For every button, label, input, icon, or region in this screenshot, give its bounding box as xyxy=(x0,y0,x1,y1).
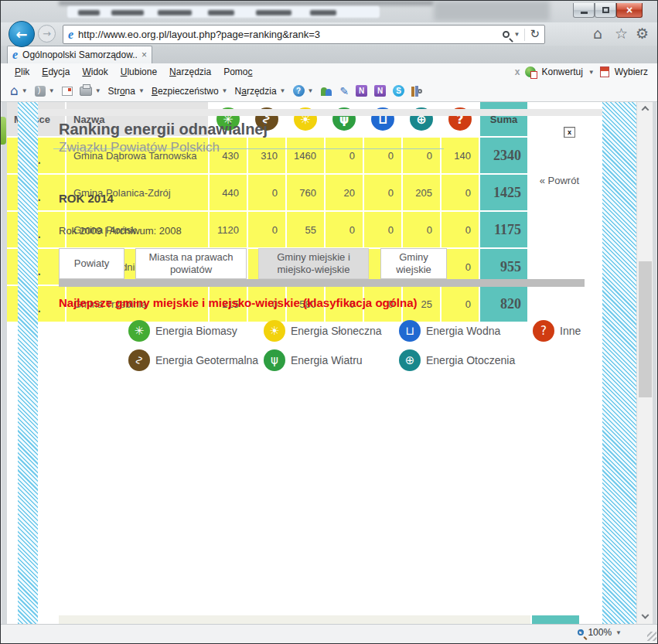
value-cell: 0 xyxy=(248,212,285,247)
url-text[interactable]: http://www.eo.org.pl/layout.php?page=ran… xyxy=(78,29,497,40)
legend-environment: ⊕ Energia Otoczenia xyxy=(399,349,515,371)
value-cell: 1120 xyxy=(210,212,247,247)
close-icon: × xyxy=(626,4,632,16)
value-cell: 140 xyxy=(442,138,479,173)
menu-plik[interactable]: Plik xyxy=(15,66,29,77)
onenote-linked-button[interactable]: N xyxy=(374,85,386,97)
menu-narzedzia[interactable]: Narzędzia xyxy=(169,66,211,77)
zoom-caret[interactable]: ▼ xyxy=(615,629,622,636)
value-cell: 1460 xyxy=(287,138,324,173)
legend-label: Energia Wiatru xyxy=(291,354,363,366)
help-button[interactable]: ?▼ xyxy=(293,85,314,97)
tab-miasta[interactable]: Miasta na prawach powiatów xyxy=(135,248,247,279)
tab-gminy-wiejskie[interactable]: Gminy wiejskie xyxy=(380,248,447,279)
pen-icon: ✎ xyxy=(339,85,349,97)
tab-powiaty[interactable]: Powiaty xyxy=(59,248,124,279)
other-icon: ? xyxy=(533,320,554,342)
print-button[interactable]: ▼ xyxy=(80,87,101,96)
caret-icon: ▼ xyxy=(95,87,101,94)
forward-button[interactable]: → xyxy=(38,25,56,43)
page-subtitle: Związku Powiatów Polskich xyxy=(59,140,220,155)
menu-edycja[interactable]: Edycja xyxy=(42,66,70,77)
biomass-icon: ✳ xyxy=(128,320,150,342)
search-dropdown-caret[interactable]: ▼ xyxy=(514,31,520,38)
value-cell: 0 xyxy=(403,212,440,247)
value-cell: 760 xyxy=(287,175,324,210)
konwertuj-caret[interactable]: ▼ xyxy=(588,69,595,76)
mail-button[interactable] xyxy=(62,87,73,96)
blog-button[interactable]: ✎ xyxy=(339,85,349,97)
tools-menu-button[interactable]: Narzędzia▼ xyxy=(235,86,286,97)
search-icon[interactable] xyxy=(503,31,510,38)
scroll-up-button[interactable] xyxy=(637,102,653,115)
research-button[interactable] xyxy=(411,86,423,97)
safety-menu-button[interactable]: Bezpieczeństwo▼ xyxy=(152,86,228,97)
col-header-suma: Suma xyxy=(480,102,527,136)
page-menu-button[interactable]: Strona▼ xyxy=(108,86,145,97)
scroll-down-button[interactable] xyxy=(637,611,653,624)
zoom-control[interactable]: 100% ▼ xyxy=(578,627,622,638)
tab-gminy-miejskie[interactable]: Gminy miejskie i miejsko-wiejskie xyxy=(258,248,369,279)
col-header-water: ⊔ xyxy=(364,102,401,136)
title-bar[interactable]: × xyxy=(1,1,658,22)
suma-cell: 1175 xyxy=(480,212,527,247)
page-background-pattern xyxy=(602,102,636,624)
close-button[interactable]: × xyxy=(616,3,643,18)
feeds-button[interactable]: ▼ xyxy=(35,86,55,97)
back-link[interactable]: « Powrót xyxy=(471,175,579,186)
minimize-button[interactable] xyxy=(573,3,595,18)
help-icon: ? xyxy=(293,85,305,97)
refresh-icon[interactable]: ↻ xyxy=(530,29,540,40)
zoom-magnifier-icon xyxy=(578,629,584,635)
konwertuj-button[interactable]: Konwertuj xyxy=(541,66,582,77)
tab-close-icon[interactable]: × xyxy=(141,49,147,60)
legend-label: Energia Otoczenia xyxy=(426,354,515,366)
tab-underbar xyxy=(59,279,585,287)
chevron-up-icon xyxy=(642,106,649,114)
background-blur xyxy=(434,1,550,21)
water-icon: ⊔ xyxy=(399,320,421,342)
addon-close-icon[interactable]: x xyxy=(515,66,520,77)
safety-menu-label: Bezpieczeństwo xyxy=(152,86,219,97)
legend-label: Energia Wodna xyxy=(426,325,500,337)
browser-tab[interactable]: e Ogólnopolski Samorządow... × xyxy=(7,46,152,63)
menu-pomoc[interactable]: Pomoc xyxy=(223,66,252,77)
mail-icon xyxy=(62,87,73,96)
background-blur xyxy=(158,10,192,15)
legend-label: Energia Słoneczna xyxy=(291,325,382,337)
value-cell: 440 xyxy=(210,175,247,210)
onenote-linked-icon: N xyxy=(374,85,386,97)
settings-gear-icon[interactable]: ⚙ xyxy=(636,26,649,41)
select-pdf-icon[interactable] xyxy=(600,66,609,77)
onenote-send-button[interactable]: N xyxy=(356,85,367,97)
skype-button[interactable]: S xyxy=(393,85,404,97)
page-menu-label: Strona xyxy=(108,86,135,97)
archive-links[interactable]: Rok 2009 | Archiwum: 2008 xyxy=(59,225,182,237)
ie-favicon: e xyxy=(68,29,73,41)
address-bar[interactable]: e http://www.eo.org.pl/layout.php?page=r… xyxy=(63,25,545,44)
menu-widok[interactable]: Widok xyxy=(82,66,107,77)
home-icon[interactable]: ⌂ xyxy=(593,26,602,41)
caret-icon: ▼ xyxy=(22,87,28,94)
suma-cell: 820 xyxy=(480,286,527,322)
site-top-strip xyxy=(38,109,602,116)
maximize-icon xyxy=(602,7,609,13)
vertical-scrollbar[interactable] xyxy=(636,102,653,624)
wybierz-button[interactable]: Wybierz xyxy=(615,66,648,77)
messenger-button[interactable] xyxy=(320,86,332,97)
legend-label: Energia Biomasy xyxy=(155,325,237,337)
resize-grip[interactable] xyxy=(647,632,656,641)
maximize-button[interactable] xyxy=(595,3,616,18)
col-header-wind: ψ xyxy=(326,102,363,136)
scrollbar-thumb[interactable] xyxy=(639,261,652,397)
home-button[interactable]: ⌂▼ xyxy=(10,84,28,97)
tab-favicon: e xyxy=(12,49,18,61)
convert-pdf-icon[interactable] xyxy=(525,66,536,77)
caret-icon: ▼ xyxy=(138,87,145,94)
col-header-solar: ☀ xyxy=(287,102,324,136)
back-button[interactable]: ← xyxy=(9,21,35,47)
favorites-star-icon[interactable]: ☆ xyxy=(615,26,628,41)
wind-icon: ψ xyxy=(264,349,285,371)
background-blur xyxy=(111,10,144,15)
menu-ulubione[interactable]: Ulubione xyxy=(121,66,157,77)
